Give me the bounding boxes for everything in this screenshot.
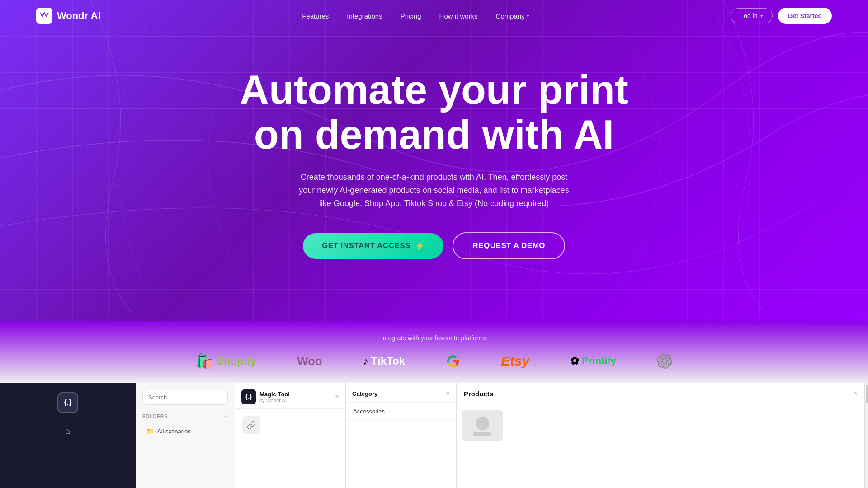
magic-tool-header-left: {.} Magic Tool by Wondr AI <box>241 389 290 404</box>
sidebar-avatar[interactable]: {.} <box>57 392 78 413</box>
etsy-label: Etsy <box>501 353 529 369</box>
bottom-panel: {.} ⌂ FOLDERS + 📁 All scenarios {.} Ma <box>0 383 868 488</box>
nav-integrations[interactable]: Integrations <box>347 12 382 20</box>
integrations-section: Integrate with your favourite platforms … <box>0 321 868 383</box>
search-wrap <box>142 390 228 405</box>
left-panel: FOLDERS + 📁 All scenarios <box>136 383 235 488</box>
hero-content: Automate your print on demand with AI Cr… <box>0 32 868 286</box>
products-panel: Products × <box>457 383 864 488</box>
login-chevron-icon: ▾ <box>760 13 763 19</box>
scrollbar[interactable] <box>864 383 868 488</box>
category-header: Category × <box>346 383 456 403</box>
products-header: Products × <box>457 383 864 404</box>
brand-name: Wondr AI <box>57 10 101 22</box>
products-close-button[interactable]: × <box>853 389 857 398</box>
magic-tool-close-button[interactable]: × <box>335 393 339 401</box>
folders-label: FOLDERS <box>142 413 168 419</box>
svg-point-3 <box>476 417 489 430</box>
shopify-icon: 🛍️ <box>196 352 214 370</box>
hero-section: Wondr AI Features Integrations Pricing H… <box>0 0 868 321</box>
scroll-thumb <box>866 385 868 403</box>
sidebar: {.} ⌂ <box>0 383 136 488</box>
etsy-logo[interactable]: Etsy <box>501 353 529 369</box>
woo-label: Woo <box>297 354 322 368</box>
products-title: Products <box>464 390 493 398</box>
company-chevron-icon: ▾ <box>527 13 529 19</box>
nav-company[interactable]: Company ▾ <box>496 12 529 20</box>
magic-tool-panel: {.} Magic Tool by Wondr AI × <box>235 383 346 488</box>
nav-links: Features Integrations Pricing How it wor… <box>302 12 529 20</box>
add-folder-button[interactable]: + <box>224 412 228 420</box>
openai-icon <box>657 353 672 369</box>
lightning-icon: ⚡ <box>415 241 425 251</box>
hero-buttons: GET INSTANT ACCESS ⚡ REQUEST A DEMO <box>303 232 565 259</box>
request-demo-button[interactable]: REQUEST A DEMO <box>453 232 565 259</box>
magic-tool-body <box>235 409 345 441</box>
category-item-accessories[interactable]: Accessories <box>346 403 456 421</box>
product-thumbnail <box>462 410 503 441</box>
integrations-label: Integrate with your favourite platforms <box>0 334 868 342</box>
get-started-button[interactable]: Get Started <box>778 8 832 24</box>
printify-label: Printify <box>582 355 616 367</box>
search-input[interactable] <box>142 390 228 405</box>
magic-tool-title-wrap: Magic Tool by Wondr AI <box>259 391 290 403</box>
magic-tool-subtitle: by Wondr AI <box>259 398 290 403</box>
folder-label: All scenarios <box>157 428 191 435</box>
tiktok-icon: ♪ <box>363 355 368 367</box>
instant-access-button[interactable]: GET INSTANT ACCESS ⚡ <box>303 233 444 259</box>
nav-how-it-works[interactable]: How it works <box>439 12 478 20</box>
sidebar-home-icon[interactable]: ⌂ <box>59 422 77 440</box>
woocommerce-logo[interactable]: Woo <box>297 354 322 368</box>
folder-item-all-scenarios[interactable]: 📁 All scenarios <box>142 425 228 437</box>
logo[interactable]: Wondr AI <box>36 8 101 24</box>
tiktok-label: TikTok <box>371 355 405 367</box>
instant-access-label: GET INSTANT ACCESS <box>322 241 410 250</box>
logo-icon <box>36 8 52 24</box>
hero-subtitle: Create thousands of one-of-a-kind produc… <box>298 171 570 210</box>
magic-tool-logo: {.} <box>241 389 256 404</box>
magic-tool-icon <box>242 416 260 434</box>
folders-header: FOLDERS + <box>142 412 228 420</box>
shopify-label: Shopify <box>217 355 256 367</box>
nav-actions: Log in ▾ Get Started <box>731 8 832 24</box>
integrations-logos: 🛍️ Shopify Woo ♪ TikTok Etsy ✿ <box>0 352 868 383</box>
category-title: Category <box>352 390 377 397</box>
nav-features[interactable]: Features <box>302 12 329 20</box>
openai-logo[interactable] <box>657 353 672 369</box>
shopify-logo[interactable]: 🛍️ Shopify <box>196 352 256 370</box>
folder-icon: 📁 <box>146 427 154 435</box>
printify-icon: ✿ <box>570 355 579 367</box>
category-close-button[interactable]: × <box>446 389 450 398</box>
tiktok-logo[interactable]: ♪ TikTok <box>363 355 405 367</box>
hero-title: Automate your print on demand with AI <box>240 68 628 157</box>
login-button[interactable]: Log in ▾ <box>731 8 772 23</box>
magic-tool-header: {.} Magic Tool by Wondr AI × <box>235 383 345 409</box>
google-icon <box>446 354 460 368</box>
google-logo[interactable] <box>446 354 460 368</box>
svg-rect-4 <box>473 432 491 436</box>
printify-logo[interactable]: ✿ Printify <box>570 355 616 367</box>
products-body <box>457 404 864 447</box>
category-panel: Category × Accessories <box>346 383 457 488</box>
navbar: Wondr AI Features Integrations Pricing H… <box>0 0 868 32</box>
nav-pricing[interactable]: Pricing <box>401 12 421 20</box>
magic-tool-title: Magic Tool <box>259 391 290 398</box>
